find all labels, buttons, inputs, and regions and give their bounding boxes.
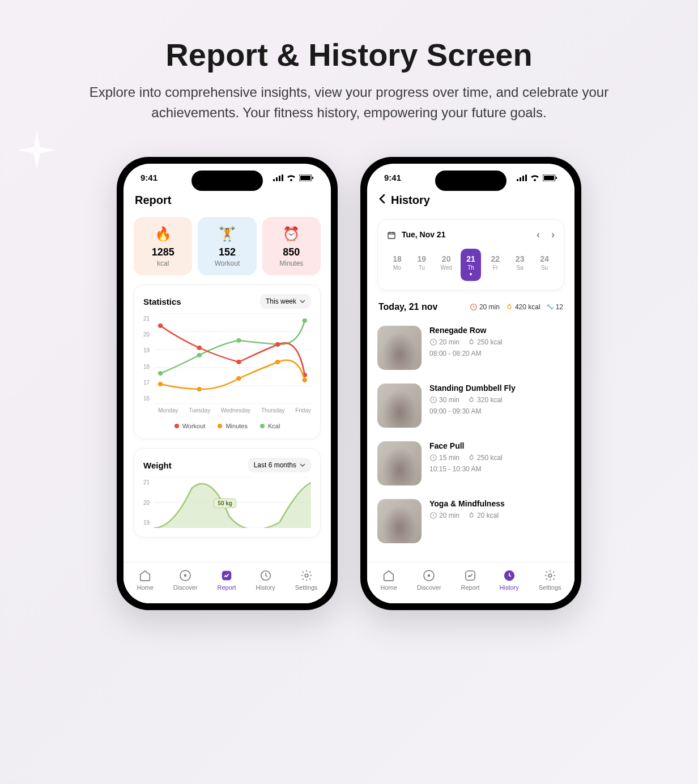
svg-point-21 [275, 342, 280, 347]
svg-point-31 [185, 575, 186, 577]
svg-rect-40 [544, 176, 554, 180]
battery-icon [543, 174, 557, 181]
weight-range-select[interactable]: Last 6 months [248, 458, 311, 472]
nav-history[interactable]: History [256, 569, 275, 591]
svg-point-14 [197, 353, 202, 357]
svg-point-34 [305, 574, 308, 577]
nav-home[interactable]: Home [380, 569, 397, 591]
statistics-card: Statistics This week 21 20 19 18 17 [134, 284, 321, 439]
calendar-day-19[interactable]: 19Tu [411, 249, 432, 281]
metric-kcal-label: kcal [137, 259, 189, 267]
calendar-next-button[interactable]: › [551, 229, 555, 241]
calendar-day-23[interactable]: 23Sa [510, 249, 530, 281]
nav-home[interactable]: Home [137, 569, 153, 591]
calendar-icon [387, 231, 396, 240]
workout-name: Yoga & Mindfulness [429, 499, 564, 508]
today-label: Today, 21 nov [378, 302, 437, 312]
svg-point-13 [158, 371, 163, 376]
nav-discover[interactable]: Discover [173, 569, 198, 591]
metric-minutes-label: Minutes [266, 259, 317, 267]
page-subtitle: Explore into comprehensive insights, vie… [88, 82, 610, 123]
svg-rect-36 [520, 177, 521, 181]
metric-minutes-card[interactable]: ⏰ 850 Minutes [262, 217, 321, 275]
statistics-title: Statistics [143, 297, 181, 306]
nav-report[interactable]: Report [218, 569, 236, 591]
svg-rect-3 [282, 174, 283, 181]
svg-rect-49 [466, 571, 475, 581]
svg-rect-35 [517, 179, 518, 181]
wifi-icon [530, 174, 539, 181]
status-time: 9:41 [384, 173, 401, 182]
clock-icon: ⏰ [266, 226, 317, 242]
legend-dot-workout [174, 424, 179, 428]
home-icon [381, 569, 397, 582]
gear-icon [542, 569, 558, 582]
weight-range-label: Last 6 months [254, 461, 296, 469]
legend-dot-kcal [260, 424, 265, 428]
weight-chart: 50 kg [154, 477, 311, 528]
signal-icon [273, 174, 283, 181]
phone-history-frame: 9:41 History Tue, Nov 21 [360, 157, 581, 610]
svg-rect-42 [388, 232, 395, 238]
nav-report[interactable]: Report [461, 569, 480, 591]
workout-thumbnail [377, 441, 422, 485]
calendar-day-18[interactable]: 18Mo [387, 249, 407, 281]
calendar-card: Tue, Nov 21 ‹ › 18Mo19Tu20Wed21Th22Fr23S… [377, 219, 564, 291]
calendar-day-20[interactable]: 20Wed [436, 249, 457, 281]
svg-rect-38 [525, 174, 527, 181]
workout-thumbnail [377, 499, 422, 543]
workout-name: Renegade Row [429, 326, 564, 335]
chevron-down-icon [300, 463, 305, 467]
phone-notch [191, 171, 263, 191]
status-time: 9:41 [141, 173, 158, 182]
fire-icon: 🔥 [137, 226, 189, 242]
statistics-x-axis: Monday Tuesday Wednesday Thursday Friday [143, 407, 311, 414]
svg-point-18 [158, 323, 163, 328]
svg-rect-37 [522, 176, 524, 181]
calendar-prev-button[interactable]: ‹ [537, 229, 540, 241]
workout-time-range: 08:00 - 08:20 AM [429, 350, 564, 357]
calendar-day-24[interactable]: 24Su [534, 249, 555, 281]
metric-kcal-card[interactable]: 🔥 1285 kcal [134, 217, 192, 275]
clock-icon [429, 454, 437, 462]
statistics-range-select[interactable]: This week [260, 294, 311, 309]
nav-settings[interactable]: Settings [539, 569, 561, 591]
calendar-day-22[interactable]: 22Fr [485, 249, 505, 281]
svg-rect-5 [300, 176, 310, 180]
weight-icon: 🏋️ [201, 226, 253, 242]
metric-workout-value: 152 [201, 246, 253, 258]
weight-title: Weight [143, 461, 172, 470]
statistics-y-axis: 21 20 19 18 17 16 [143, 313, 150, 404]
wifi-icon [287, 174, 296, 181]
svg-point-25 [236, 376, 241, 381]
compass-icon [177, 569, 193, 582]
workout-thumbnail [377, 384, 422, 428]
back-button[interactable] [378, 194, 385, 207]
flame-icon [505, 303, 513, 311]
svg-rect-32 [222, 571, 232, 581]
workout-item[interactable]: Renegade Row 20 min 250 kcal 08:00 - 08:… [377, 319, 564, 377]
metric-minutes-value: 850 [266, 246, 317, 258]
workout-time-range: 09:00 - 09:30 AM [429, 407, 564, 415]
svg-rect-41 [556, 177, 557, 179]
calendar-day-21[interactable]: 21Th [461, 249, 481, 281]
nav-discover[interactable]: Discover [417, 569, 441, 591]
phone-report-frame: 9:41 Report 🔥 1285 kcal [117, 157, 338, 610]
clock-icon [429, 512, 437, 519]
battery-icon [299, 174, 314, 181]
svg-point-48 [428, 575, 430, 577]
svg-point-20 [236, 360, 241, 364]
bottom-nav: Home Discover Report History Settings [124, 562, 331, 603]
workout-item[interactable]: Face Pull 15 min 250 kcal 10:15 - 10:30 … [377, 434, 564, 492]
sparkle-decoration [17, 130, 57, 170]
nav-history[interactable]: History [500, 569, 519, 591]
workout-item[interactable]: Standing Dumbbell Fly 30 min 320 kcal 09… [377, 377, 564, 434]
metric-workout-card[interactable]: 🏋️ 152 Workout [198, 217, 256, 275]
nav-settings[interactable]: Settings [295, 569, 318, 591]
svg-rect-1 [276, 177, 278, 181]
svg-point-23 [158, 382, 163, 386]
flame-icon [467, 512, 475, 519]
flame-icon [467, 454, 475, 462]
workout-item[interactable]: Yoga & Mindfulness 20 min 20 kcal [377, 492, 564, 550]
home-icon [137, 569, 153, 582]
